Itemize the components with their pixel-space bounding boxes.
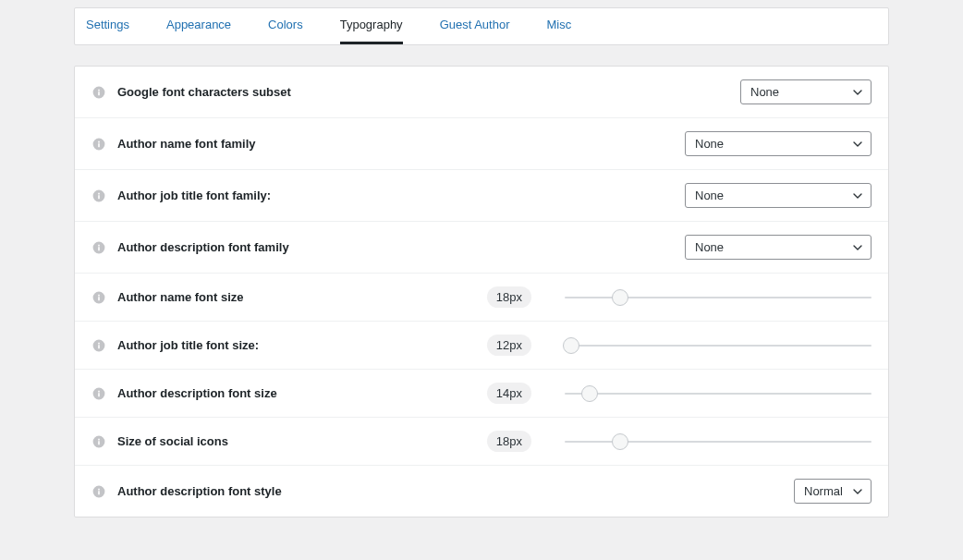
label-author-name-size: Author name font size xyxy=(117,290,244,304)
slider-author-desc-size[interactable] xyxy=(565,385,872,402)
info-icon xyxy=(91,189,106,203)
label-author-name-family: Author name font family xyxy=(117,137,256,151)
label-author-desc-style: Author description font style xyxy=(117,484,282,498)
info-icon xyxy=(91,338,106,353)
label-author-job-family: Author job title font family: xyxy=(117,189,271,202)
slider-track xyxy=(565,345,872,347)
badge-author-job-size: 12px xyxy=(487,335,531,356)
tab-colors[interactable]: Colors xyxy=(268,8,303,44)
select-author-name-family[interactable]: None xyxy=(685,131,872,156)
select-author-desc-family[interactable]: None xyxy=(685,235,872,260)
badge-social-icon-size: 18px xyxy=(487,431,531,452)
row-author-desc-style: Author description font style Normal xyxy=(75,466,888,517)
slider-thumb[interactable] xyxy=(612,289,628,306)
label-author-desc-family: Author description font family xyxy=(117,240,289,254)
info-icon xyxy=(91,434,106,449)
badge-author-name-size: 18px xyxy=(487,286,531,308)
settings-panel: Google font characters subset None Autho… xyxy=(74,66,889,517)
tab-typography[interactable]: Typography xyxy=(340,8,403,44)
info-icon xyxy=(91,290,106,305)
slider-track xyxy=(565,393,872,395)
slider-thumb[interactable] xyxy=(612,433,628,450)
info-icon xyxy=(91,85,106,100)
info-icon xyxy=(91,137,106,152)
row-google-subset: Google font characters subset None xyxy=(75,67,888,118)
tab-misc[interactable]: Misc xyxy=(547,8,572,44)
label-author-desc-size: Author description font size xyxy=(117,386,277,400)
slider-social-icon-size[interactable] xyxy=(565,433,872,450)
row-author-desc-size: Author description font size 14px xyxy=(75,370,888,418)
info-icon xyxy=(91,484,106,499)
select-author-job-family[interactable]: None xyxy=(685,183,872,208)
row-author-job-family: Author job title font family: None xyxy=(75,170,888,222)
tabs-panel: Settings Appearance Colors Typography Gu… xyxy=(74,7,889,45)
select-google-subset[interactable]: None xyxy=(740,79,872,104)
label-author-job-size: Author job title font size: xyxy=(117,338,259,352)
slider-thumb[interactable] xyxy=(581,385,598,402)
tabs: Settings Appearance Colors Typography Gu… xyxy=(75,8,888,44)
tab-settings[interactable]: Settings xyxy=(86,8,129,44)
row-author-desc-family: Author description font family None xyxy=(75,222,888,274)
tab-guest-author[interactable]: Guest Author xyxy=(440,8,510,44)
row-author-name-family: Author name font family None xyxy=(75,118,888,170)
info-icon xyxy=(91,386,106,401)
info-icon xyxy=(91,240,106,255)
slider-thumb[interactable] xyxy=(563,337,579,354)
select-author-desc-style[interactable]: Normal xyxy=(794,479,872,504)
row-author-name-size: Author name font size 18px xyxy=(75,274,888,322)
slider-author-job-size[interactable] xyxy=(565,337,872,354)
slider-author-name-size[interactable] xyxy=(565,289,872,306)
tab-appearance[interactable]: Appearance xyxy=(166,8,231,44)
badge-author-desc-size: 14px xyxy=(487,383,531,404)
row-social-icon-size: Size of social icons 18px xyxy=(75,418,888,466)
label-social-icon-size: Size of social icons xyxy=(117,434,228,448)
row-author-job-size: Author job title font size: 12px xyxy=(75,322,888,370)
label-google-subset: Google font characters subset xyxy=(117,85,291,99)
